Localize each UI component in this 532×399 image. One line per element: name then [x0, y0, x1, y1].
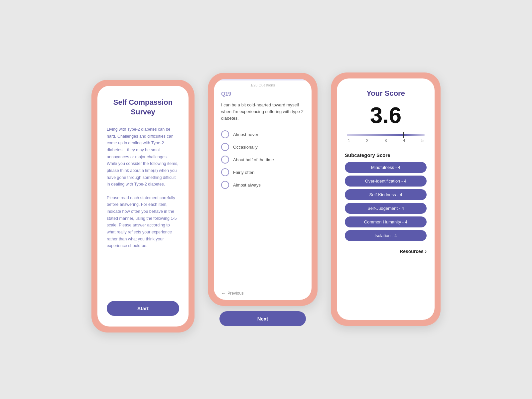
phone2-wrapper: 1/26 Questions Q19 I can be a bit cold-h…: [208, 73, 318, 326]
resources-label: Resources: [400, 249, 424, 254]
subcategory-badge-2: Over-Identification - 4: [345, 176, 427, 187]
phone1-card: Self Compassion Survey Living with Type-…: [97, 86, 189, 327]
survey-footer: ← Previous: [214, 288, 312, 300]
subcategory-badge-6: Isolation - 4: [345, 230, 427, 241]
radio-circle-1[interactable]: [221, 130, 229, 138]
resources-chevron-icon: ›: [425, 248, 427, 254]
question-number: Q19: [221, 91, 304, 97]
subcategory-badge-3: Self-Kindness - 4: [345, 189, 427, 200]
radio-circle-3[interactable]: [221, 156, 229, 164]
option-label-5: Almost always: [233, 183, 261, 188]
option-label-2: Occasionally: [233, 145, 258, 150]
badges-container: Mindfulness - 4Over-Identification - 4Se…: [345, 162, 427, 244]
option-1[interactable]: Almost never: [221, 130, 304, 138]
slider-labels: 1 2 3 4 5: [347, 138, 425, 143]
radio-circle-5[interactable]: [221, 181, 229, 189]
option-label-3: About half of the time: [233, 157, 274, 162]
progress-label: 1/26 Questions: [214, 80, 312, 87]
question-text: I can be a bit cold-hearted toward mysel…: [221, 102, 304, 122]
option-label-1: Almost never: [233, 132, 258, 137]
survey-body: Q19 I can be a bit cold-hearted toward m…: [214, 87, 312, 288]
option-5[interactable]: Almost always: [221, 181, 304, 189]
subcategory-badge-4: Self-Judgement - 4: [345, 203, 427, 214]
slider-track: [347, 134, 425, 136]
radio-circle-4[interactable]: [221, 168, 229, 176]
slider-label-4: 4: [403, 138, 405, 143]
intro-body-1: Living with Type-2 diabetes can be hard.…: [107, 126, 179, 188]
option-4[interactable]: Fairly often: [221, 168, 304, 176]
next-button[interactable]: Next: [219, 311, 306, 326]
prev-arrow-icon: ←: [221, 291, 226, 296]
radio-circle-2[interactable]: [221, 143, 229, 151]
progress-bar-fill: [214, 79, 218, 80]
phone1-shell: Self Compassion Survey Living with Type-…: [91, 80, 195, 332]
survey-title: Self Compassion Survey: [107, 98, 179, 117]
slider-label-1: 1: [348, 138, 350, 143]
start-button[interactable]: Start: [107, 301, 179, 316]
prev-label: Previous: [227, 291, 244, 296]
intro-body-2: Please read each statement carefully bef…: [107, 195, 179, 249]
next-btn-wrapper: Next: [219, 311, 306, 326]
slider-thumb: [403, 132, 404, 138]
score-slider: 1 2 3 4 5: [345, 134, 427, 143]
phone3-shell: Your Score 3.6 1 2 3 4 5 Subcategory Sco…: [331, 72, 441, 326]
slider-label-5: 5: [421, 138, 424, 143]
resources-row[interactable]: Resources ›: [345, 248, 427, 254]
phone2-card: 1/26 Questions Q19 I can be a bit cold-h…: [214, 79, 312, 300]
slider-label-2: 2: [366, 138, 368, 143]
slider-label-3: 3: [385, 138, 387, 143]
subcategory-title: Subcategory Score: [345, 152, 427, 158]
option-label-4: Fairly often: [233, 170, 254, 175]
subcategory-badge-1: Mindfulness - 4: [345, 162, 427, 173]
option-2[interactable]: Occasionally: [221, 143, 304, 151]
subcategory-badge-5: Common Humanity - 4: [345, 216, 427, 227]
phone2-shell: 1/26 Questions Q19 I can be a bit cold-h…: [208, 73, 318, 306]
previous-button[interactable]: ← Previous: [221, 291, 304, 296]
option-3[interactable]: About half of the time: [221, 156, 304, 164]
score-value: 3.6: [345, 104, 427, 126]
score-title: Your Score: [345, 89, 427, 98]
phone3-card: Your Score 3.6 1 2 3 4 5 Subcategory Sco…: [337, 78, 435, 320]
